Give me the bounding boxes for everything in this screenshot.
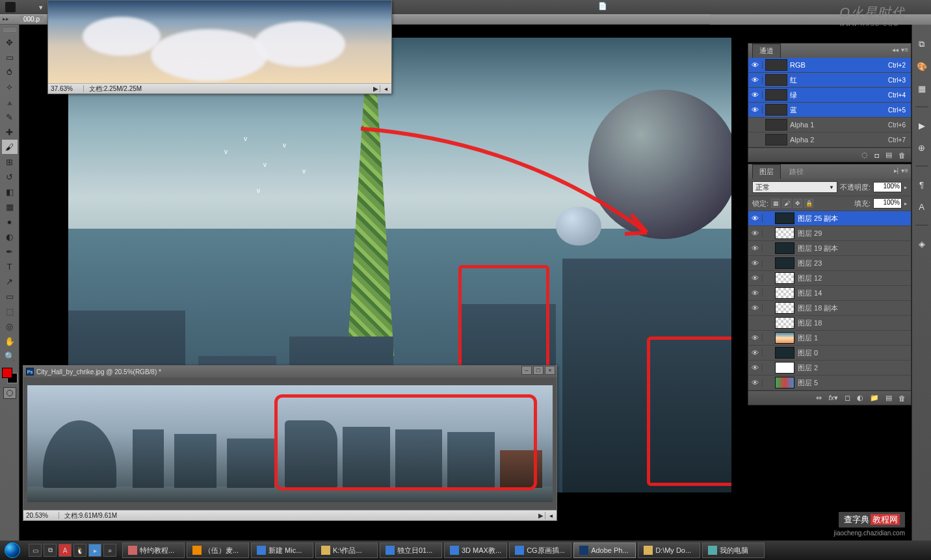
blur-tool[interactable]: ● [2,214,18,229]
save-selection-icon[interactable]: ◘ [874,151,879,159]
lock-image-icon[interactable]: 🖌 [782,199,791,208]
layer-name[interactable]: 图层 18 [796,318,911,328]
character-icon[interactable]: A [915,200,928,213]
layer-name[interactable]: 图层 14 [796,288,911,298]
zoom-field[interactable]: 20.53% [23,512,59,519]
type-tool[interactable]: T [2,259,18,274]
expand-icon[interactable]: ▸▸ [3,16,9,22]
visibility-toggle[interactable]: 👁 [748,259,763,267]
adjustment-layer-icon[interactable]: ◐ [857,394,863,402]
panel-menu-icon[interactable]: ▾≡ [901,167,908,174]
document-icon[interactable]: 📄 [598,2,607,10]
close-button[interactable]: × [545,366,555,375]
secondary-titlebar[interactable]: Ps City_Hall_by_chrike.jpg @ 20.5%(RGB/8… [23,366,557,377]
taskbar-item[interactable]: Adobe Ph... [573,542,636,558]
ql-app3-icon[interactable]: » [103,544,116,557]
panel-collapse-icon[interactable]: ◂◂ [892,46,898,53]
channel-row[interactable]: Alpha 2 Ctrl+7 [748,133,911,147]
shape-tool[interactable]: ▭ [2,289,18,303]
secondary-document-window[interactable]: Ps City_Hall_by_chrike.jpg @ 20.5%(RGB/8… [23,365,557,521]
opacity-flyout-icon[interactable]: ▸ [904,185,907,190]
switch-windows-icon[interactable]: ⧉ [44,544,57,557]
delete-channel-icon[interactable]: 🗑 [898,151,906,159]
visibility-toggle[interactable]: 👁 [748,379,763,387]
taskbar-item[interactable]: 特约教程... [122,542,185,558]
status-menu-icon[interactable]: ▶ [372,85,380,92]
layer-row[interactable]: 👁 图层 19 副本 [748,241,911,256]
visibility-toggle[interactable]: 👁 [748,244,763,252]
taskbar-item[interactable]: 新建 Mic... [251,542,313,558]
wand-tool[interactable]: ✧ [2,80,18,94]
navigator-icon[interactable]: ◈ [915,237,928,250]
layer-row[interactable]: 👁 图层 12 [748,271,911,286]
dodge-tool[interactable]: ◐ [2,229,18,244]
info-icon[interactable]: ⊕ [915,141,928,154]
visibility-toggle[interactable]: 👁 [748,91,763,99]
channel-row[interactable]: 👁 蓝 Ctrl+5 [748,103,911,118]
layer-name[interactable]: 图层 19 副本 [796,244,911,253]
scroll-left-icon[interactable]: ◂ [545,512,557,519]
layer-name[interactable]: 图层 1 [796,333,911,343]
minimize-button[interactable]: – [521,366,532,375]
layer-row[interactable]: 👁 图层 2 [748,361,911,375]
visibility-toggle[interactable]: 👁 [748,349,763,357]
dropdown-icon[interactable]: ▾ [39,3,43,12]
ql-app2-icon[interactable]: ▸ [88,544,101,557]
visibility-toggle[interactable]: 👁 [748,214,763,222]
layer-name[interactable]: 图层 18 副本 [796,303,911,313]
stamp-tool[interactable]: ⊞ [2,155,18,169]
doc-tab[interactable]: 000.p [20,16,44,23]
opacity-field[interactable]: 100% [873,182,902,192]
panel-collapse-icon[interactable]: ▸| [894,167,899,174]
new-layer-icon[interactable]: ▤ [885,394,892,402]
layer-row[interactable]: 👁 图层 0 [748,346,911,361]
fill-flyout-icon[interactable]: ▸ [904,201,907,207]
pen-tool[interactable]: ✒ [2,244,18,259]
layers-tab[interactable]: 图层 [752,164,781,179]
panel-menu-icon[interactable]: ▾≡ [901,46,908,53]
swatches-icon[interactable]: ▦ [915,82,928,95]
panel-grip[interactable] [3,29,16,32]
visibility-toggle[interactable]: 👁 [748,61,763,69]
channel-row[interactable]: 👁 绿 Ctrl+4 [748,88,911,103]
delete-layer-icon[interactable]: 🗑 [898,394,906,402]
zoom-tool[interactable]: 🔍 [2,349,18,363]
channel-row[interactable]: 👁 RGB Ctrl+2 [748,58,911,73]
layer-row[interactable]: 👁 图层 1 [748,331,911,346]
actions-icon[interactable]: ▶ [915,119,928,132]
visibility-toggle[interactable]: 👁 [748,274,763,282]
hand-tool[interactable]: ✋ [2,334,18,348]
lock-transparency-icon[interactable]: ▦ [771,199,780,208]
layer-fx-icon[interactable]: fx▾ [828,394,838,402]
lock-all-icon[interactable]: 🔒 [804,199,813,208]
layer-name[interactable]: 图层 29 [796,229,911,238]
start-button[interactable] [0,541,25,560]
color-icon[interactable]: 🎨 [915,60,928,73]
marquee-tool[interactable]: ▭ [2,50,18,64]
history-icon[interactable]: ⧉ [915,38,928,51]
channel-row[interactable]: 👁 红 Ctrl+3 [748,73,911,88]
visibility-toggle[interactable]: 👁 [748,76,763,84]
ql-qq-icon[interactable]: 🐧 [73,544,86,557]
taskbar-item[interactable]: 独立日01... [380,542,442,558]
layer-name[interactable]: 图层 25 副本 [796,214,911,223]
camera-tool[interactable]: ◎ [2,319,18,333]
quick-mask-toggle[interactable] [3,387,16,399]
path-tool[interactable]: ↗ [2,274,18,288]
cloud-reference-window[interactable]: 37.63% 文档:2.25M/2.25M ▶ ◂ [47,0,392,94]
load-selection-icon[interactable]: ◌ [861,151,868,159]
visibility-toggle[interactable]: 👁 [748,106,763,114]
layer-row[interactable]: 👁 图层 23 [748,256,911,271]
layer-row[interactable]: 👁 图层 14 [748,286,911,301]
layer-name[interactable]: 图层 5 [796,378,911,388]
eyedropper-tool[interactable]: ✎ [2,110,18,124]
maximize-button[interactable]: □ [533,366,544,375]
visibility-toggle[interactable]: 👁 [748,334,763,342]
lasso-tool[interactable]: ⥀ [2,65,18,79]
fill-field[interactable]: 100% [873,198,902,209]
layer-mask-icon[interactable]: ◻ [845,394,850,402]
ql-app-icon[interactable]: A [59,544,72,557]
lock-position-icon[interactable]: ✥ [793,199,802,208]
history-brush-tool[interactable]: ↺ [2,170,18,184]
brush-tool[interactable]: 🖌 [2,140,18,154]
